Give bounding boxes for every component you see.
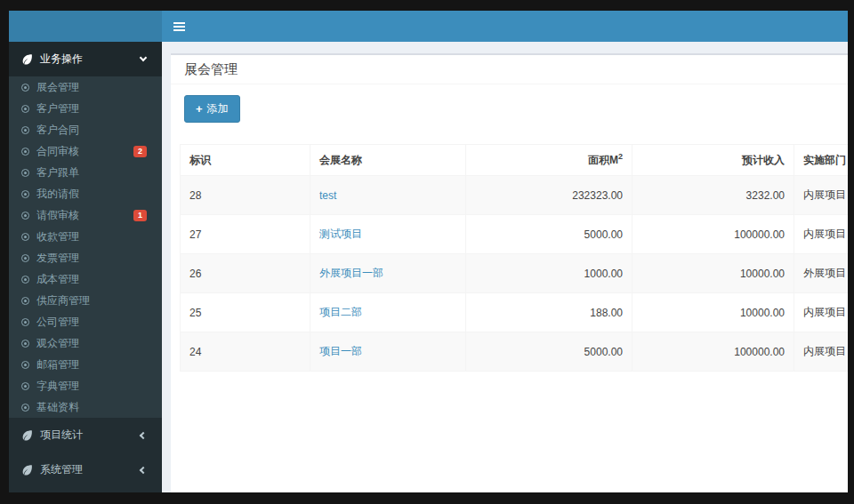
cell-dept: 内展项目 xyxy=(794,176,849,215)
sidebar-item-invoice-mgmt[interactable]: 发票管理 xyxy=(9,247,162,268)
cell-name: 外展项目一部 xyxy=(310,254,466,293)
table-row: 27 测试项目 5000.00 100000.00 内展项目 xyxy=(181,215,849,254)
column-header-dept: 实施部门 xyxy=(794,145,849,176)
plus-icon: + xyxy=(196,104,203,115)
radio-circle-icon xyxy=(21,212,29,220)
sidebar-item-audience-mgmt[interactable]: 观众管理 xyxy=(9,332,162,354)
sidebar-section-label: 系统管理 xyxy=(40,462,83,477)
logo-area xyxy=(9,11,162,42)
radio-circle-icon xyxy=(21,233,29,241)
cell-name: 测试项目 xyxy=(310,215,466,254)
cell-id: 24 xyxy=(181,332,310,372)
column-header-income: 预计收入 xyxy=(632,145,794,176)
sidebar-item-exhibition-mgmt[interactable]: 展会管理 xyxy=(9,76,162,98)
table-header-row: 标识 会展名称 面积M2 预计收入 实施部门 xyxy=(181,145,849,176)
status-badge: 1 xyxy=(133,210,147,221)
cell-dept: 内展项目 xyxy=(794,215,849,254)
box-body: + 添加 标识 会展名称 面积M2 预计收入 实施部门 xyxy=(171,84,848,382)
sidebar: 业务操作 展会管理 客户管理 客户合同 合同审核2 客户跟单 我的请假 请假审核… xyxy=(9,42,162,492)
radio-circle-icon xyxy=(21,84,29,92)
exhibition-link[interactable]: 外展项目一部 xyxy=(319,267,383,279)
radio-circle-icon xyxy=(21,105,29,113)
menu-icon[interactable] xyxy=(164,11,194,42)
sidebar-item-mailbox-mgmt[interactable]: 邮箱管理 xyxy=(9,354,162,375)
sidebar-item-customer-mgmt[interactable]: 客户管理 xyxy=(9,98,162,119)
cell-dept: 外展项目 xyxy=(794,254,849,293)
cell-income: 10000.00 xyxy=(632,254,794,293)
radio-circle-icon xyxy=(21,404,29,412)
cell-area: 188.00 xyxy=(466,293,632,332)
cell-id: 26 xyxy=(181,254,310,293)
radio-circle-icon xyxy=(21,297,29,305)
cell-area: 232323.00 xyxy=(466,176,632,215)
page-title: 展会管理 xyxy=(184,62,834,76)
radio-circle-icon xyxy=(21,148,29,156)
radio-circle-icon xyxy=(21,254,29,262)
navbar-main xyxy=(162,11,848,42)
sidebar-item-customer-contract[interactable]: 客户合同 xyxy=(9,119,162,140)
column-header-area: 面积M2 xyxy=(466,145,632,176)
cell-dept: 内展项目 xyxy=(794,332,849,372)
sidebar-item-basic-data[interactable]: 基础资料 xyxy=(9,396,162,418)
box-header: 展会管理 xyxy=(171,55,848,84)
cell-area: 5000.00 xyxy=(466,332,632,372)
sidebar-submenu: 展会管理 客户管理 客户合同 合同审核2 客户跟单 我的请假 请假审核1 收款管… xyxy=(9,76,162,418)
cell-id: 25 xyxy=(181,293,310,332)
cell-dept: 内展项目 xyxy=(794,293,849,332)
table-row: 28 test 232323.00 3232.00 内展项目 xyxy=(181,176,849,215)
cell-name: 项目一部 xyxy=(310,332,466,372)
cell-name: test xyxy=(310,176,466,215)
radio-circle-icon xyxy=(21,318,29,326)
sidebar-section-label: 业务操作 xyxy=(40,52,83,67)
radio-circle-icon xyxy=(21,190,29,198)
sidebar-section-project-stats[interactable]: 项目统计 xyxy=(9,418,162,452)
radio-circle-icon xyxy=(21,340,29,348)
sidebar-item-contract-review[interactable]: 合同审核2 xyxy=(9,140,162,162)
table-row: 25 项目二部 188.00 10000.00 内展项目 xyxy=(181,293,849,332)
exhibition-link[interactable]: 测试项目 xyxy=(319,228,362,240)
cell-income: 10000.00 xyxy=(632,293,794,332)
status-badge: 2 xyxy=(133,146,147,157)
sidebar-item-dictionary-mgmt[interactable]: 字典管理 xyxy=(9,375,162,396)
cell-id: 28 xyxy=(181,176,310,215)
cell-area: 5000.00 xyxy=(466,215,632,254)
cell-id: 27 xyxy=(181,215,310,254)
exhibition-link[interactable]: 项目一部 xyxy=(319,345,362,357)
sidebar-item-customer-followup[interactable]: 客户跟单 xyxy=(9,162,162,183)
sidebar-item-supplier-mgmt[interactable]: 供应商管理 xyxy=(9,290,162,311)
exhibitions-table: 标识 会展名称 面积M2 预计收入 实施部门 28 test 2 xyxy=(180,144,848,372)
sidebar-item-company-mgmt[interactable]: 公司管理 xyxy=(9,311,162,332)
column-header-name: 会展名称 xyxy=(310,145,466,176)
radio-circle-icon xyxy=(21,361,29,369)
leaf-icon xyxy=(21,429,33,441)
sidebar-section-label: 项目统计 xyxy=(40,428,83,443)
sidebar-section-system-mgmt[interactable]: 系统管理 xyxy=(9,452,162,487)
add-button-label: 添加 xyxy=(207,101,229,116)
content-area: 展会管理 + 添加 标识 会展名称 面积M2 预计收入 xyxy=(162,42,848,492)
radio-circle-icon xyxy=(21,169,29,177)
exhibition-link[interactable]: test xyxy=(319,189,336,202)
chevron-down-icon xyxy=(140,54,147,61)
add-button[interactable]: + 添加 xyxy=(184,95,240,123)
content-card: 展会管理 + 添加 标识 会展名称 面积M2 预计收入 xyxy=(171,53,848,492)
sidebar-item-leave-review[interactable]: 请假审核1 xyxy=(9,204,162,226)
chevron-left-icon xyxy=(140,431,147,438)
column-header-id: 标识 xyxy=(181,145,310,176)
top-navbar xyxy=(9,11,848,42)
leaf-icon xyxy=(21,53,33,65)
chevron-left-icon xyxy=(140,466,147,473)
sidebar-item-my-leave[interactable]: 我的请假 xyxy=(9,183,162,204)
sidebar-section-business[interactable]: 业务操作 xyxy=(9,42,162,76)
app-window: 业务操作 展会管理 客户管理 客户合同 合同审核2 客户跟单 我的请假 请假审核… xyxy=(9,11,848,492)
exhibition-link[interactable]: 项目二部 xyxy=(319,306,362,318)
cell-income: 100000.00 xyxy=(632,215,794,254)
leaf-icon xyxy=(21,464,33,476)
radio-circle-icon xyxy=(21,126,29,134)
table-row: 24 项目一部 5000.00 100000.00 内展项目 xyxy=(181,332,849,372)
sidebar-item-payment-mgmt[interactable]: 收款管理 xyxy=(9,226,162,247)
cell-area: 1000.00 xyxy=(466,254,632,293)
cell-income: 3232.00 xyxy=(632,176,794,215)
sidebar-item-cost-mgmt[interactable]: 成本管理 xyxy=(9,268,162,290)
table-row: 26 外展项目一部 1000.00 10000.00 外展项目 xyxy=(181,254,849,293)
cell-income: 100000.00 xyxy=(632,332,794,372)
